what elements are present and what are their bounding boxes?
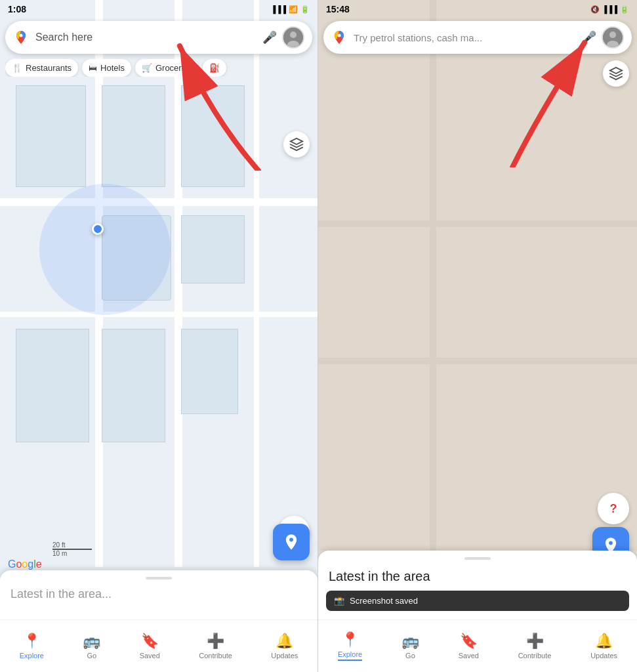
- gas-icon: ⛽: [209, 63, 220, 73]
- go-label-left: Go: [87, 652, 96, 660]
- scale-m: 10 m: [52, 550, 67, 557]
- latest-area-text-left: Latest in the area...: [0, 585, 318, 604]
- scale-line: 20 ft 10 m: [52, 541, 92, 557]
- saved-label-right: Saved: [459, 652, 479, 660]
- location-pulse: [39, 184, 171, 315]
- bottom-sheet-right: Latest in the area 📸 Screenshot saved 📍 …: [318, 551, 637, 672]
- screenshot-toast: 📸 Screenshot saved: [326, 591, 629, 611]
- svg-point-0: [20, 34, 23, 37]
- hotels-label: Hotels: [100, 63, 125, 73]
- toast-icon: 📸: [334, 596, 344, 606]
- bottom-nav-left: 📍 Explore 🚌 Go 🔖 Saved ➕ Contribute 🔔 Up…: [0, 620, 318, 672]
- scale-ft: 20 ft: [52, 541, 65, 549]
- svg-point-2: [290, 32, 297, 38]
- mic-icon-right[interactable]: 🎤: [582, 30, 596, 45]
- category-gas[interactable]: ⛽: [203, 59, 226, 77]
- contribute-icon-right: ➕: [526, 633, 544, 650]
- direction-fab-left[interactable]: [273, 524, 310, 560]
- updates-label-left: Updates: [271, 652, 298, 660]
- search-text-right: Try petrol stations, cash ma...: [354, 32, 582, 43]
- right-panel: 15:48 🔇 ▐▐▐ 🔋 Try petrol stations, cash …: [318, 0, 637, 672]
- nav-explore-left[interactable]: 📍 Explore: [20, 633, 44, 660]
- explore-icon-right: 📍: [341, 631, 359, 648]
- location-dot: [92, 223, 104, 235]
- layers-icon-left: [289, 137, 304, 152]
- restaurants-icon: 🍴: [12, 63, 22, 73]
- groceries-icon: 🛒: [142, 63, 152, 73]
- go-label-right: Go: [405, 652, 415, 660]
- left-panel: 1:08 ▐▐▐ 📶 🔋 Search here 🎤 🍴 Resta: [0, 0, 318, 672]
- nav-updates-left[interactable]: 🔔 Updates: [271, 633, 298, 660]
- layers-button-right[interactable]: [603, 60, 629, 87]
- go-icon-right: 🚌: [401, 633, 419, 650]
- nav-go-right[interactable]: 🚌 Go: [401, 633, 419, 660]
- sheet-handle-left: [146, 577, 172, 579]
- updates-icon-right: 🔔: [595, 633, 613, 650]
- nav-saved-left[interactable]: 🔖 Saved: [140, 633, 160, 660]
- explore-label-right: Explore: [338, 650, 362, 658]
- time-left: 1:08: [8, 4, 26, 14]
- category-hotels[interactable]: 🛏 Hotels: [82, 59, 131, 77]
- category-groceries[interactable]: 🛒 Groceries: [135, 59, 199, 77]
- time-right: 15:48: [326, 4, 350, 14]
- signal-icon-right: ▐▐▐: [602, 5, 617, 13]
- updates-icon-left: 🔔: [276, 633, 293, 650]
- category-restaurants[interactable]: 🍴 Restaurants: [5, 59, 78, 77]
- scale-bar-left: 20 ft 10 m: [52, 541, 92, 557]
- updates-label-right: Updates: [590, 652, 617, 660]
- status-bar-right: 15:48 🔇 ▐▐▐ 🔋: [318, 0, 637, 18]
- google-g: G: [8, 558, 16, 570]
- mic-icon-left[interactable]: 🎤: [262, 30, 277, 45]
- direction-icon-left: [282, 533, 300, 551]
- go-icon-left: 🚌: [83, 633, 100, 650]
- search-bar-left[interactable]: Search here 🎤: [5, 21, 312, 54]
- hotels-icon: 🛏: [89, 63, 97, 73]
- explore-icon-left: 📍: [23, 633, 41, 650]
- saved-label-left: Saved: [140, 652, 160, 660]
- categories-left: 🍴 Restaurants 🛏 Hotels 🛒 Groceries ⛽: [5, 59, 312, 77]
- latest-area-text-right: Latest in the area: [318, 565, 637, 588]
- svg-point-5: [338, 34, 341, 37]
- bottom-nav-right: 📍 Explore 🚌 Go 🔖 Saved ➕ Contribute 🔔 Up…: [318, 620, 637, 672]
- search-text-left: Search here: [35, 32, 262, 43]
- question-button[interactable]: ?: [598, 493, 629, 524]
- layers-button-left[interactable]: [283, 131, 310, 158]
- status-icons-right: 🔇 ▐▐▐ 🔋: [590, 5, 629, 14]
- nav-contribute-left[interactable]: ➕ Contribute: [199, 633, 232, 660]
- nav-go-left[interactable]: 🚌 Go: [83, 633, 100, 660]
- saved-icon-right: 🔖: [460, 633, 478, 650]
- svg-point-7: [609, 32, 616, 38]
- signal-icon: ▐▐▐: [271, 5, 286, 13]
- wifi-icon: 📶: [289, 5, 298, 14]
- maps-logo-left: [13, 30, 29, 45]
- status-icons-left: ▐▐▐ 📶 🔋: [271, 5, 310, 14]
- battery-icon: 🔋: [300, 5, 310, 14]
- explore-label-left: Explore: [20, 652, 44, 660]
- maps-logo-right: [331, 30, 347, 45]
- layers-icon-right: [609, 66, 623, 81]
- nav-explore-right[interactable]: 📍 Explore: [338, 631, 362, 661]
- groceries-label: Groceries: [155, 63, 192, 73]
- nav-contribute-right[interactable]: ➕ Contribute: [518, 633, 552, 660]
- map-right: [318, 0, 637, 551]
- avatar-image-left: [283, 28, 303, 47]
- avatar-left[interactable]: [282, 26, 304, 49]
- map-left: [0, 0, 318, 567]
- status-bar-left: 1:08 ▐▐▐ 📶 🔋: [0, 0, 318, 18]
- question-icon: ?: [610, 502, 617, 516]
- avatar-right[interactable]: [602, 26, 624, 49]
- mute-icon: 🔇: [590, 5, 600, 14]
- sheet-handle-right: [464, 557, 491, 560]
- contribute-label-right: Contribute: [518, 652, 552, 660]
- nav-saved-right[interactable]: 🔖 Saved: [459, 633, 479, 660]
- map-bg-right: [318, 0, 637, 551]
- toast-text: Screenshot saved: [350, 596, 418, 606]
- avatar-image-right: [603, 28, 623, 47]
- saved-icon-left: 🔖: [141, 633, 159, 650]
- restaurants-label: Restaurants: [26, 63, 72, 73]
- nav-updates-right[interactable]: 🔔 Updates: [590, 633, 617, 660]
- battery-icon-right: 🔋: [620, 5, 629, 14]
- google-logo-left: Google: [8, 558, 42, 570]
- search-bar-right[interactable]: Try petrol stations, cash ma... 🎤: [323, 21, 632, 54]
- contribute-icon-left: ➕: [207, 633, 224, 650]
